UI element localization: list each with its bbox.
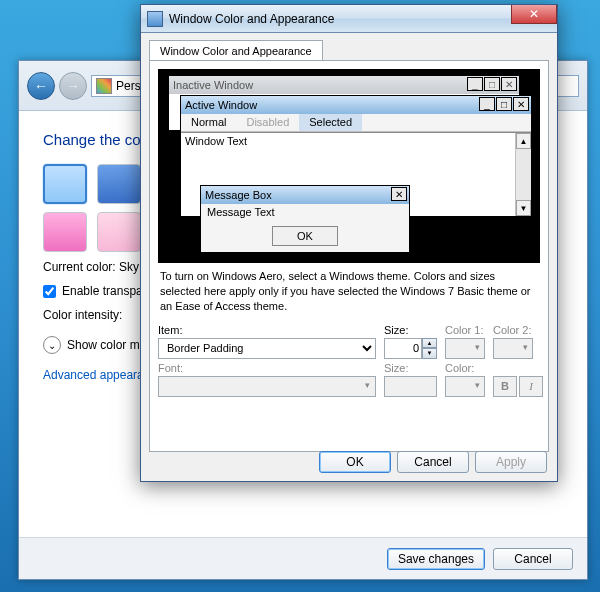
inactive-title-text: Inactive Window bbox=[173, 79, 253, 91]
current-color-value: Sky bbox=[119, 260, 139, 274]
active-close-icon[interactable]: ✕ bbox=[513, 97, 529, 111]
swatch-light-pink[interactable] bbox=[97, 212, 141, 252]
font-label: Font: bbox=[158, 362, 376, 374]
nav-forward-button[interactable]: → bbox=[59, 72, 87, 100]
color1-label: Color 1: bbox=[445, 324, 485, 336]
italic-button: I bbox=[519, 376, 543, 397]
menu-disabled: Disabled bbox=[236, 114, 299, 131]
dialog-close-button[interactable]: ✕ bbox=[511, 5, 557, 24]
swatch-pink[interactable] bbox=[43, 212, 87, 252]
msgbox-titlebar[interactable]: Message Box ✕ bbox=[201, 186, 409, 204]
color2-label: Color 2: bbox=[493, 324, 533, 336]
swatch-sky[interactable] bbox=[43, 164, 87, 204]
caption-buttons: ✕ bbox=[511, 5, 557, 24]
msgbox-close-icon[interactable]: ✕ bbox=[391, 187, 407, 201]
color2-button bbox=[493, 338, 533, 359]
apply-button: Apply bbox=[475, 451, 547, 473]
bg-cancel-button[interactable]: Cancel bbox=[493, 548, 573, 570]
font-color-button bbox=[445, 376, 485, 397]
item-label: Item: bbox=[158, 324, 376, 336]
expand-mixer-icon[interactable]: ⌄ bbox=[43, 336, 61, 354]
scroll-up-icon[interactable]: ▲ bbox=[516, 133, 531, 149]
menu-normal[interactable]: Normal bbox=[181, 114, 236, 131]
inactive-titlebar[interactable]: Inactive Window _ □ ✕ bbox=[169, 76, 519, 94]
size-input[interactable] bbox=[384, 338, 422, 359]
inactive-min-icon[interactable]: _ bbox=[467, 77, 483, 91]
color1-button bbox=[445, 338, 485, 359]
tab-panel: Inactive Window _ □ ✕ Active Window _ □ … bbox=[149, 60, 549, 452]
dialog-title-text: Window Color and Appearance bbox=[169, 12, 334, 26]
window-text: Window Text bbox=[185, 135, 247, 147]
active-min-icon[interactable]: _ bbox=[479, 97, 495, 111]
size-down-icon[interactable]: ▼ bbox=[422, 348, 437, 359]
size-label: Size: bbox=[384, 324, 437, 336]
item-row: Item: Border Padding Size: ▲ ▼ Color 1: bbox=[158, 324, 540, 359]
preview-scrollbar[interactable]: ▲ ▼ bbox=[515, 133, 531, 216]
save-changes-button[interactable]: Save changes bbox=[387, 548, 485, 570]
dialog-icon bbox=[147, 11, 163, 27]
msgbox-text: Message Text bbox=[201, 204, 409, 220]
tab-strip: Window Color and Appearance bbox=[141, 33, 557, 60]
msgbox-ok-button[interactable]: OK bbox=[272, 226, 338, 246]
size-spinner[interactable]: ▲ ▼ bbox=[384, 338, 437, 359]
font-select bbox=[158, 376, 376, 397]
ok-button[interactable]: OK bbox=[319, 451, 391, 473]
preview-menu-bar[interactable]: Normal Disabled Selected bbox=[181, 114, 531, 132]
dialog-footer: OK Cancel Apply bbox=[319, 451, 547, 473]
dialog-titlebar[interactable]: Window Color and Appearance ✕ bbox=[141, 5, 557, 33]
inactive-close-icon[interactable]: ✕ bbox=[501, 77, 517, 91]
tab-window-color[interactable]: Window Color and Appearance bbox=[149, 40, 323, 61]
preview-message-box[interactable]: Message Box ✕ Message Text OK bbox=[200, 185, 410, 253]
hint-text: To turn on Windows Aero, select a Window… bbox=[158, 263, 540, 324]
swatch-blue[interactable] bbox=[97, 164, 141, 204]
active-max-icon[interactable]: □ bbox=[496, 97, 512, 111]
font-row: Font: Size: Color: B I bbox=[158, 362, 540, 397]
preview-area[interactable]: Inactive Window _ □ ✕ Active Window _ □ … bbox=[158, 69, 540, 263]
font-size-label: Size: bbox=[384, 362, 437, 374]
bold-button: B bbox=[493, 376, 517, 397]
current-color-label: Current color: bbox=[43, 260, 116, 274]
bg-footer: Save changes Cancel bbox=[19, 537, 587, 579]
item-select[interactable]: Border Padding bbox=[158, 338, 376, 359]
font-color-label: Color: bbox=[445, 362, 485, 374]
nav-back-button[interactable]: ← bbox=[27, 72, 55, 100]
msgbox-title-text: Message Box bbox=[205, 189, 272, 201]
control-panel-icon bbox=[96, 78, 112, 94]
active-titlebar[interactable]: Active Window _ □ ✕ bbox=[181, 96, 531, 114]
inactive-max-icon[interactable]: □ bbox=[484, 77, 500, 91]
cancel-button[interactable]: Cancel bbox=[397, 451, 469, 473]
scroll-down-icon[interactable]: ▼ bbox=[516, 200, 531, 216]
address-text: Pers bbox=[116, 79, 141, 93]
active-title-text: Active Window bbox=[185, 99, 257, 111]
transparency-checkbox[interactable] bbox=[43, 285, 56, 298]
menu-selected[interactable]: Selected bbox=[299, 114, 362, 131]
font-size-input bbox=[384, 376, 437, 397]
window-color-appearance-dialog: Window Color and Appearance ✕ Window Col… bbox=[140, 4, 558, 482]
size-up-icon[interactable]: ▲ bbox=[422, 338, 437, 349]
